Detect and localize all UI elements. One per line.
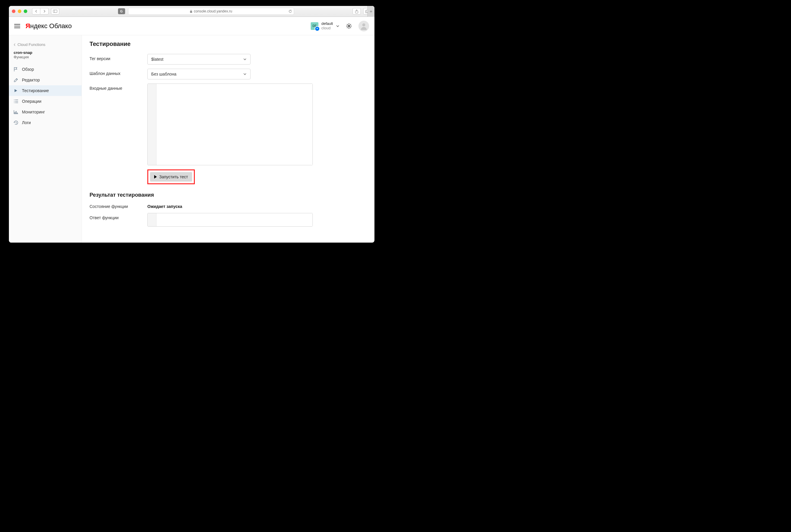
svg-point-10	[348, 25, 350, 27]
new-tab-button[interactable]: +	[367, 6, 374, 17]
state-label: Состояние функции	[90, 204, 147, 209]
row-version-tag: Тег версии $latest	[90, 54, 367, 64]
address-bar[interactable]: console.cloud.yandex.ru	[128, 8, 294, 15]
play-icon	[154, 175, 157, 178]
sidebar-item-operations[interactable]: Операции	[9, 96, 81, 107]
sidebar-item-testing[interactable]: Тестирование	[9, 85, 81, 96]
version-tag-value: $latest	[151, 57, 163, 62]
chevron-down-icon	[243, 73, 247, 75]
url-text: console.cloud.yandex.ru	[194, 9, 232, 13]
app-body: Cloud Functions cron-snap Функция Обзор …	[9, 35, 374, 243]
breadcrumb-label: Cloud Functions	[18, 42, 45, 47]
sidebar-item-logs[interactable]: Логи	[9, 117, 81, 128]
share-button[interactable]	[352, 8, 361, 15]
logo[interactable]: Яндекс Облако	[25, 22, 72, 30]
page-title: Тестирование	[90, 41, 367, 48]
forward-button[interactable]	[40, 8, 49, 15]
list-icon	[14, 99, 18, 104]
response-editor[interactable]	[147, 213, 313, 227]
flag-icon	[14, 67, 18, 72]
avatar[interactable]	[358, 21, 369, 32]
editor-gutter	[148, 84, 157, 165]
sidebar-item-label: Операции	[22, 99, 41, 104]
function-name: cron-snap	[9, 50, 81, 55]
run-wrap: Запустить тест	[147, 169, 367, 184]
logo-ndex: ндекс	[30, 22, 48, 30]
app-header: Яндекс Облако DE default cloud	[9, 17, 374, 35]
version-tag-select[interactable]: $latest	[147, 54, 251, 64]
nav-buttons	[32, 8, 49, 15]
window-controls	[12, 10, 27, 13]
editor-content[interactable]	[157, 84, 312, 165]
main-panel: Тестирование Тег версии $latest Шаблон д…	[82, 35, 374, 243]
svg-point-11	[362, 23, 365, 26]
chevron-left-icon	[14, 43, 16, 46]
run-test-button[interactable]: Запустить тест	[150, 172, 192, 182]
svg-point-14	[14, 102, 15, 103]
cloud-badge: DE	[311, 22, 318, 30]
back-button[interactable]	[32, 8, 40, 15]
editor-gutter	[148, 213, 157, 226]
sidebar: Cloud Functions cron-snap Функция Обзор …	[9, 35, 82, 243]
close-window-button[interactable]	[12, 10, 15, 13]
header-right: DE default cloud	[311, 21, 369, 32]
edit-icon	[14, 78, 18, 82]
reader-badge[interactable]: G	[118, 8, 125, 14]
row-input: Входные данные	[90, 83, 367, 165]
sidebar-item-label: Редактор	[22, 78, 40, 82]
cloud-text: default cloud	[321, 22, 333, 30]
template-select[interactable]: Без шаблона	[147, 69, 251, 79]
row-state: Состояние функции Ожидает запуска	[90, 204, 367, 209]
chart-icon	[14, 110, 18, 114]
response-label: Ответ функции	[90, 213, 147, 220]
sidebar-item-label: Логи	[22, 120, 31, 125]
sidebar-item-label: Мониторинг	[22, 110, 45, 114]
sidebar-item-editor[interactable]: Редактор	[9, 75, 81, 85]
breadcrumb[interactable]: Cloud Functions	[9, 39, 81, 50]
result-title: Результат тестирования	[90, 192, 367, 198]
gear-icon[interactable]	[346, 23, 352, 29]
sidebar-item-monitoring[interactable]: Мониторинг	[9, 107, 81, 117]
svg-point-12	[14, 99, 15, 100]
svg-rect-20	[17, 113, 18, 114]
svg-rect-0	[53, 10, 57, 13]
version-tag-label: Тег версии	[90, 54, 147, 61]
safari-toolbar: G console.cloud.yandex.ru +	[9, 6, 374, 17]
cloud-sub: cloud	[321, 26, 333, 30]
state-value: Ожидает запуска	[147, 204, 182, 209]
reload-icon[interactable]	[289, 10, 292, 13]
maximize-window-button[interactable]	[24, 10, 27, 13]
row-response: Ответ функции	[90, 213, 367, 227]
run-highlight: Запустить тест	[147, 169, 195, 184]
sidebar-item-overview[interactable]: Обзор	[9, 64, 81, 75]
menu-icon[interactable]	[14, 24, 20, 28]
function-type: Функция	[9, 55, 81, 64]
input-label: Входные данные	[90, 83, 147, 91]
sidebar-toggle-button[interactable]	[51, 8, 59, 15]
row-template: Шаблон данных Без шаблона	[90, 69, 367, 79]
minimize-window-button[interactable]	[18, 10, 21, 13]
input-editor[interactable]	[147, 83, 313, 165]
browser-window: G console.cloud.yandex.ru +	[9, 6, 374, 243]
lock-icon	[190, 10, 192, 13]
logo-cloud: Облако	[48, 22, 72, 30]
sidebar-item-label: Тестирование	[22, 88, 49, 93]
svg-rect-19	[16, 111, 17, 114]
logo-ya: Я	[25, 22, 30, 30]
play-icon	[14, 88, 18, 93]
address-bar-wrap: G console.cloud.yandex.ru	[62, 8, 350, 15]
template-label: Шаблон данных	[90, 69, 147, 76]
sidebar-item-label: Обзор	[22, 67, 34, 72]
svg-rect-18	[15, 112, 15, 114]
chevron-down-icon	[243, 58, 247, 60]
editor-content	[157, 213, 312, 226]
svg-point-13	[14, 101, 15, 101]
template-value: Без шаблона	[151, 72, 177, 76]
cloud-name: default	[321, 22, 333, 26]
history-icon	[14, 120, 18, 125]
run-button-label: Запустить тест	[159, 174, 188, 179]
cloud-selector[interactable]: DE default cloud	[311, 22, 339, 30]
svg-rect-2	[190, 11, 192, 13]
chevron-down-icon	[336, 25, 339, 27]
